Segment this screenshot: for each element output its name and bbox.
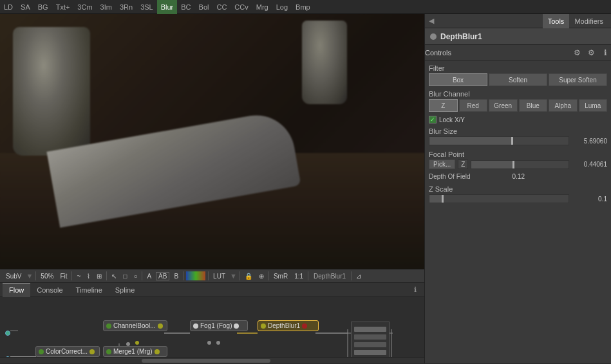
- fog1-connectors: [207, 341, 220, 345]
- channel-z-button[interactable]: Z: [429, 99, 458, 112]
- conn-dot-2: [135, 341, 139, 345]
- menu-tab-3rn[interactable]: 3Rn: [116, 0, 136, 14]
- filter-supersoften-button[interactable]: Super Soften: [549, 73, 607, 86]
- menu-tab-cc[interactable]: CC: [212, 0, 230, 14]
- menu-tab-blur[interactable]: Blur: [157, 0, 178, 14]
- node-info-icon[interactable]: ℹ: [410, 285, 420, 295]
- filter-box-button[interactable]: Box: [429, 73, 487, 86]
- tool-wave[interactable]: ~: [75, 273, 82, 280]
- link-icon[interactable]: ⊕: [257, 273, 266, 280]
- node-label-depthblur1: DepthBlur1: [268, 322, 300, 329]
- node-canvas[interactable]: ChannelBool... Fog1 (Fog): [0, 297, 424, 357]
- vbar-sep-8: [268, 271, 269, 280]
- z-scale-slider[interactable]: [429, 194, 569, 203]
- node-fog1[interactable]: Fog1 (Fog): [190, 320, 248, 331]
- tab-modifiers[interactable]: Modifiers: [569, 14, 608, 28]
- menu-tab-bc[interactable]: BC: [177, 0, 194, 14]
- node-depthblur1[interactable]: DepthBlur1: [258, 320, 319, 331]
- ratio-button[interactable]: 1:1: [292, 273, 305, 280]
- node-editor-area[interactable]: Flow Console Timeline Spline ℹ: [0, 283, 424, 363]
- node-scroll-thumb[interactable]: [142, 359, 270, 363]
- color-bar: [186, 271, 205, 280]
- vbar-sep-9: [308, 271, 308, 280]
- dof-section: Depth Of Field 0.12: [429, 173, 607, 181]
- lock-xy-check-mark: ✓: [430, 116, 435, 123]
- focal-slider[interactable]: [471, 160, 569, 169]
- node-settings-icon[interactable]: ⚙: [585, 47, 597, 59]
- node-label-merge1: Merge1 (Mrg): [113, 348, 153, 355]
- blur-size-fill: [429, 137, 513, 145]
- properties-panel: Filter Box Soften Super Soften Blur Chan…: [425, 60, 611, 363]
- focal-handle[interactable]: [512, 161, 514, 168]
- node-warning-icon[interactable]: ⚙: [571, 47, 583, 59]
- menu-tab-bg[interactable]: BG: [34, 0, 52, 14]
- filter-label: Filter: [429, 64, 607, 72]
- blur-channel-section: Blur Channel Z Red Green Blue Alpha Luma: [429, 90, 607, 112]
- node-merge1[interactable]: Merge1 (Mrg): [103, 346, 167, 357]
- tab-timeline[interactable]: Timeline: [70, 283, 109, 297]
- blur-size-slider[interactable]: [429, 136, 569, 145]
- channel-blue-button[interactable]: Blue: [519, 99, 548, 112]
- tool-a[interactable]: A: [145, 273, 153, 280]
- z-scale-row: 0.1: [429, 194, 607, 203]
- channel-green-button[interactable]: Green: [489, 99, 518, 112]
- z-scale-label: Z Scale: [429, 185, 607, 193]
- menu-tab-log[interactable]: Log: [272, 0, 292, 14]
- top-menu-toolbar: LD SA BG Txt+ 3Cm 3Im 3Rn 3SL Blur BC Bo…: [0, 0, 611, 14]
- dof-label: Depth Of Field: [429, 173, 487, 180]
- expand-button[interactable]: ⊿: [354, 273, 363, 280]
- blur-size-handle[interactable]: [511, 137, 513, 145]
- menu-tab-bmp[interactable]: Bmp: [292, 0, 314, 14]
- focal-pick-button[interactable]: Pick...: [429, 159, 455, 169]
- lock-icon[interactable]: 🔒: [243, 273, 254, 280]
- panel-collapse-icon[interactable]: ◀: [428, 17, 435, 25]
- menu-tab-mrg[interactable]: Mrg: [252, 0, 272, 14]
- focal-point-label: Focal Point: [429, 150, 607, 158]
- lut-button[interactable]: LUT: [211, 273, 227, 280]
- tool-circle[interactable]: ○: [131, 273, 139, 280]
- blur-size-value: 5.69060: [572, 138, 607, 145]
- tab-console[interactable]: Console: [30, 283, 69, 297]
- tab-tools[interactable]: Tools: [543, 14, 570, 28]
- channel-red-button[interactable]: Red: [459, 99, 488, 112]
- filter-soften-button[interactable]: Soften: [489, 73, 547, 86]
- subview-button[interactable]: SubV: [4, 273, 23, 280]
- tool-cursor[interactable]: ↖: [109, 273, 118, 280]
- menu-tab-3cm[interactable]: 3Cm: [73, 0, 96, 14]
- menu-tab-ccv[interactable]: CCv: [230, 0, 252, 14]
- menu-tab-3im[interactable]: 3Im: [97, 0, 116, 14]
- zoom-level[interactable]: 50%: [39, 273, 55, 280]
- menu-tab-txt[interactable]: Txt+: [52, 0, 74, 14]
- vbar-sep-10: [351, 271, 352, 280]
- menu-tab-3sl[interactable]: 3SL: [136, 0, 157, 14]
- node-info-btn[interactable]: ℹ: [599, 47, 611, 59]
- channel-alpha-button[interactable]: Alpha: [549, 99, 578, 112]
- node-horizontal-scrollbar[interactable]: [0, 357, 424, 363]
- smr-button[interactable]: SmR: [272, 273, 290, 280]
- mini-node-bar-4: [354, 350, 386, 355]
- node-channelbool[interactable]: ChannelBool...: [103, 320, 167, 331]
- menu-tab-bol[interactable]: Bol: [195, 0, 213, 14]
- focal-point-row: Pick... Z 0.44061: [429, 159, 607, 169]
- controls-bar: Controls ⚙ ⚙ ℹ: [425, 45, 611, 60]
- tab-flow[interactable]: Flow: [3, 283, 30, 297]
- tab-spline[interactable]: Spline: [109, 283, 142, 297]
- z-scale-handle[interactable]: [442, 195, 444, 203]
- menu-tab-ld[interactable]: LD: [0, 0, 17, 14]
- fog-conn-dot-1: [207, 341, 211, 345]
- node-editor-tabs: Flow Console Timeline Spline ℹ: [0, 283, 424, 297]
- tool-grid[interactable]: ⊞: [95, 273, 104, 280]
- focal-channel-select[interactable]: Z: [458, 159, 468, 169]
- lock-xy-checkbox[interactable]: ✓: [429, 116, 437, 123]
- channel-luma-button[interactable]: Luma: [579, 99, 608, 112]
- node-colorcorrect[interactable]: ColorCorrect...: [35, 346, 100, 357]
- tool-ab[interactable]: AB: [156, 272, 169, 280]
- vbar-sep-5: [183, 271, 183, 280]
- fit-button[interactable]: Fit: [58, 273, 69, 280]
- tool-rect[interactable]: □: [121, 273, 129, 280]
- tool-b[interactable]: B: [172, 273, 180, 280]
- viewport[interactable]: [0, 14, 424, 269]
- menu-tab-sa[interactable]: SA: [17, 0, 34, 14]
- left-panel: SubV ▼ 50% Fit ~ ⌇ ⊞ ↖ □ ○ A AB B LUT ▼ …: [0, 14, 424, 363]
- tool-waveform[interactable]: ⌇: [85, 273, 92, 280]
